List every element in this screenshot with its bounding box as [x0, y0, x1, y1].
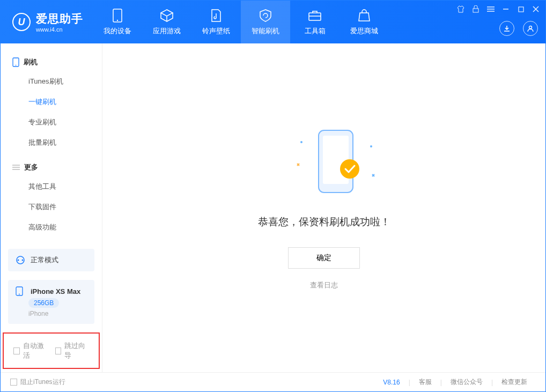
- checkbox-auto-activate[interactable]: 自动激活: [13, 341, 48, 360]
- maximize-button[interactable]: [517, 5, 525, 13]
- svg-point-19: [18, 260, 19, 261]
- app-subtitle: www.i4.cn: [36, 26, 83, 33]
- sidebar-item-download-firmware[interactable]: 下载固件: [1, 197, 102, 217]
- header-actions: [499, 21, 538, 36]
- app-title: 爱思助手: [36, 11, 83, 26]
- cycle-icon: [16, 255, 25, 265]
- sidebar-item-batch-flash[interactable]: 批量刷机: [1, 132, 102, 153]
- sidebar-section-flash: 刷机 iTunes刷机 一键刷机 专业刷机 批量刷机: [1, 53, 102, 158]
- list-icon: [12, 164, 20, 171]
- user-button[interactable]: [523, 21, 538, 36]
- svg-point-1: [117, 20, 118, 21]
- sidebar-item-other-tools[interactable]: 其他工具: [1, 176, 102, 197]
- nav-my-device[interactable]: 我的设备: [93, 1, 142, 43]
- header: U 爱思助手 www.i4.cn 我的设备 应用游戏: [1, 1, 545, 43]
- svg-point-24: [370, 145, 372, 147]
- device-capacity: 256GB: [28, 298, 59, 308]
- device-name: iPhone XS Max: [31, 287, 80, 295]
- sidebar-item-advanced[interactable]: 高级功能: [1, 217, 102, 238]
- checkbox-block-itunes[interactable]: 阻止iTunes运行: [10, 378, 65, 387]
- wechat-link[interactable]: 微信公众号: [442, 378, 491, 387]
- app-window: U 爱思助手 www.i4.cn 我的设备 应用游戏: [0, 0, 546, 392]
- svg-point-12: [529, 26, 532, 29]
- body: 刷机 iTunes刷机 一键刷机 专业刷机 批量刷机 更多 其他工具 下载固件: [1, 43, 545, 372]
- svg-rect-2: [309, 13, 321, 20]
- nav-smart-flash[interactable]: 智能刷机: [241, 1, 290, 43]
- view-log-link[interactable]: 查看日志: [310, 280, 338, 290]
- svg-rect-4: [473, 9, 478, 12]
- checkbox-icon: [13, 347, 20, 354]
- refresh-shield-icon: [258, 8, 273, 23]
- svg-point-22: [19, 294, 20, 295]
- status-text: 恭喜您，保资料刷机成功啦！: [258, 215, 390, 229]
- phone-small-icon: [12, 57, 19, 67]
- music-file-icon: [209, 8, 224, 23]
- check-update-link[interactable]: 检查更新: [493, 378, 536, 387]
- mode-label: 正常模式: [31, 255, 58, 265]
- lock-icon[interactable]: [471, 5, 480, 13]
- sidebar-item-itunes-flash[interactable]: iTunes刷机: [1, 71, 102, 92]
- main-content: 恭喜您，保资料刷机成功啦！ 确定 查看日志: [102, 43, 545, 372]
- checkbox-icon: [10, 379, 17, 386]
- svg-point-27: [340, 159, 359, 179]
- tshirt-icon[interactable]: [456, 5, 465, 13]
- support-link[interactable]: 客服: [410, 378, 440, 387]
- cube-icon: [159, 8, 174, 23]
- logo-icon: U: [12, 13, 31, 31]
- sidebar-section-more: 更多 其他工具 下载固件 高级功能: [1, 158, 102, 243]
- menu-icon[interactable]: [486, 5, 495, 13]
- window-controls: [456, 5, 540, 13]
- phone-icon: [110, 8, 125, 23]
- toolbox-icon: [307, 8, 322, 23]
- options-row: 自动激活 跳过向导: [3, 332, 100, 369]
- svg-point-20: [22, 260, 24, 261]
- sidebar-header-flash: 刷机: [1, 53, 102, 71]
- device-type: iPhone: [28, 310, 48, 317]
- nav-ringtone-wallpaper[interactable]: 铃声壁纸: [191, 1, 241, 43]
- mode-card[interactable]: 正常模式: [8, 249, 94, 271]
- success-illustration: [286, 126, 361, 201]
- svg-point-23: [300, 141, 302, 143]
- sidebar: 刷机 iTunes刷机 一键刷机 专业刷机 批量刷机 更多 其他工具 下载固件: [1, 43, 102, 372]
- minimize-button[interactable]: [501, 5, 510, 13]
- device-card[interactable]: iPhone XS Max 256GB iPhone: [8, 280, 94, 324]
- top-nav: 我的设备 应用游戏 铃声壁纸 智能刷机: [93, 1, 389, 43]
- checkbox-icon: [55, 347, 62, 354]
- footer: 阻止iTunes运行 V8.16 | 客服 | 微信公众号 | 检查更新: [1, 372, 545, 391]
- sidebar-item-oneclick-flash[interactable]: 一键刷机: [1, 92, 102, 112]
- ok-button[interactable]: 确定: [288, 247, 360, 269]
- logo: U 爱思助手 www.i4.cn: [1, 1, 93, 43]
- nav-apps-games[interactable]: 应用游戏: [142, 1, 191, 43]
- checkbox-skip-guide[interactable]: 跳过向导: [55, 341, 90, 360]
- version-label: V8.16: [374, 379, 408, 386]
- device-phone-icon: [16, 286, 25, 296]
- nav-toolbox[interactable]: 工具箱: [290, 1, 340, 43]
- svg-point-14: [16, 65, 17, 66]
- sidebar-item-pro-flash[interactable]: 专业刷机: [1, 112, 102, 132]
- bag-icon: [357, 8, 372, 23]
- nav-store[interactable]: 爱思商城: [340, 1, 389, 43]
- svg-rect-9: [519, 7, 523, 12]
- close-button[interactable]: [532, 5, 540, 13]
- download-button[interactable]: [499, 21, 514, 36]
- sidebar-header-more: 更多: [1, 158, 102, 176]
